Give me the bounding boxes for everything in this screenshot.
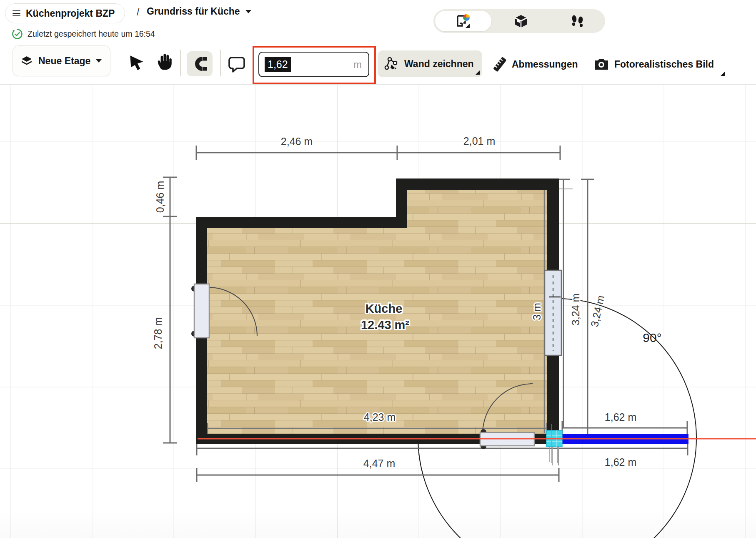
view-mode-walkthrough[interactable] xyxy=(549,9,605,33)
select-cursor-icon[interactable] xyxy=(128,53,147,72)
draw-wall-label: Wand zeichnen xyxy=(404,58,474,70)
view-mode-3d[interactable] xyxy=(493,9,549,33)
dim-left-lower: 2,78 m xyxy=(152,317,164,349)
corner-expand-icon xyxy=(721,72,725,76)
project-menu-button[interactable]: Küchenprojekt BZP xyxy=(5,3,125,23)
angle-readout: 90° xyxy=(643,331,661,345)
dim-right-outer: 3,24 m xyxy=(570,294,582,325)
app-window: 2,46 m 2,01 m 0,46 m 2,78 m 4,23 m 4,47 … xyxy=(0,0,756,538)
dim-inner-height: 3 m xyxy=(531,303,543,320)
project-title: Küchenprojekt BZP xyxy=(26,8,115,19)
breadcrumb-separator: / xyxy=(137,7,139,18)
wall-length-input[interactable]: 1,62 m xyxy=(258,52,369,77)
dim-new-wall-top: 1,62 m xyxy=(605,411,636,423)
save-status: Zuletzt gespeichert heute um 16:54 xyxy=(12,28,155,40)
dim-new-wall-bottom: 1,62 m xyxy=(605,456,636,468)
wall-length-value: 1,62 xyxy=(265,57,291,72)
window-right[interactable] xyxy=(545,270,561,355)
saved-check-icon xyxy=(12,28,23,40)
dim-top-left: 2,46 m xyxy=(281,136,313,148)
pan-hand-icon[interactable] xyxy=(155,52,174,71)
top-chrome: Küchenprojekt BZP / Grundriss für Küche … xyxy=(0,0,756,85)
dim-top-right: 2,01 m xyxy=(463,135,495,147)
dim-inner-width: 4,23 m xyxy=(364,411,396,423)
new-floor-label: Neue Etage xyxy=(38,55,90,67)
view-mode-2d[interactable] xyxy=(435,11,491,31)
wall-draw-icon xyxy=(383,56,399,72)
hamburger-icon xyxy=(13,10,20,17)
room-name: Küche xyxy=(365,302,403,316)
dim-outer-width: 4,47 m xyxy=(363,458,395,470)
camera-icon xyxy=(593,57,609,71)
wall-length-unit: m xyxy=(353,59,362,70)
toolbar-divider xyxy=(220,50,221,76)
new-floor-button[interactable]: Neue Etage xyxy=(13,45,110,76)
dimensions-button[interactable]: Abmessungen xyxy=(493,52,578,77)
room-area: 12.43 m² xyxy=(361,318,409,332)
toolbar-divider xyxy=(180,50,181,76)
photorealistic-button[interactable]: Fotorealistisches Bild xyxy=(593,52,725,77)
page-title-dropdown[interactable]: Grundriss für Küche xyxy=(147,6,251,17)
layers-icon xyxy=(20,55,33,66)
dim-left-upper: 0,46 m xyxy=(154,181,166,213)
view-mode-switcher xyxy=(433,9,605,33)
dimensions-label: Abmessungen xyxy=(512,59,578,70)
photorealistic-label: Fotorealistisches Bild xyxy=(614,59,714,70)
snap-magnet-button[interactable] xyxy=(187,51,213,76)
corner-expand-icon xyxy=(476,70,480,75)
save-status-text: Zuletzt gespeichert heute um 16:54 xyxy=(28,29,155,39)
page-title: Grundriss für Küche xyxy=(147,6,240,17)
floorplan-2d-icon xyxy=(455,13,471,30)
chevron-down-icon xyxy=(245,10,251,13)
draw-wall-button[interactable]: Wand zeichnen xyxy=(378,50,482,77)
magnet-icon xyxy=(191,56,208,71)
cube-3d-icon xyxy=(513,13,529,29)
ruler-icon xyxy=(493,56,507,72)
comment-icon[interactable] xyxy=(228,55,246,73)
chevron-down-icon xyxy=(96,59,102,63)
footprints-icon xyxy=(569,13,585,29)
